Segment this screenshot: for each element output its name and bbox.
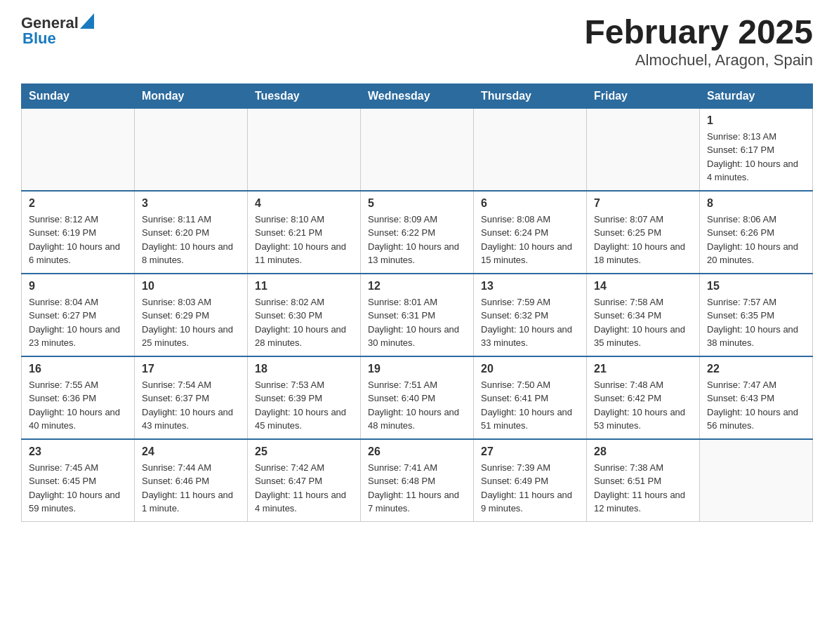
day-number: 15 — [707, 280, 805, 293]
day-number: 1 — [707, 114, 805, 127]
calendar-day-cell: 19Sunrise: 7:51 AMSunset: 6:40 PMDayligh… — [361, 356, 474, 439]
day-number: 18 — [255, 363, 353, 375]
day-number: 5 — [368, 197, 466, 210]
day-number: 9 — [29, 280, 127, 293]
day-of-week-header: Wednesday — [361, 83, 474, 108]
day-of-week-header: Sunday — [22, 83, 135, 108]
day-of-week-header: Monday — [135, 83, 248, 108]
day-number: 27 — [481, 445, 579, 458]
calendar-week-row: 9Sunrise: 8:04 AMSunset: 6:27 PMDaylight… — [22, 274, 813, 356]
calendar-title: February 2025 — [584, 14, 813, 51]
calendar-day-cell: 16Sunrise: 7:55 AMSunset: 6:36 PMDayligh… — [22, 356, 135, 439]
calendar-day-cell: 18Sunrise: 7:53 AMSunset: 6:39 PMDayligh… — [248, 356, 361, 439]
day-info: Sunrise: 7:39 AMSunset: 6:49 PMDaylight:… — [481, 461, 579, 516]
day-info: Sunrise: 7:38 AMSunset: 6:51 PMDaylight:… — [594, 461, 692, 516]
day-number: 11 — [255, 280, 353, 293]
day-number: 4 — [255, 197, 353, 210]
day-number: 3 — [142, 197, 240, 210]
calendar-week-row: 1Sunrise: 8:13 AMSunset: 6:17 PMDaylight… — [22, 108, 813, 191]
calendar-day-cell — [700, 439, 813, 522]
calendar-week-row: 16Sunrise: 7:55 AMSunset: 6:36 PMDayligh… — [22, 356, 813, 439]
day-of-week-header: Tuesday — [248, 83, 361, 108]
calendar-day-cell: 17Sunrise: 7:54 AMSunset: 6:37 PMDayligh… — [135, 356, 248, 439]
day-number: 2 — [29, 197, 127, 210]
calendar-day-cell — [587, 108, 700, 191]
day-info: Sunrise: 8:11 AMSunset: 6:20 PMDaylight:… — [142, 213, 240, 267]
day-info: Sunrise: 7:58 AMSunset: 6:34 PMDaylight:… — [594, 295, 692, 350]
day-info: Sunrise: 8:06 AMSunset: 6:26 PMDaylight:… — [707, 213, 805, 267]
day-info: Sunrise: 7:42 AMSunset: 6:47 PMDaylight:… — [255, 461, 353, 516]
day-number: 10 — [142, 280, 240, 293]
logo: General Blue — [21, 14, 94, 48]
calendar-day-cell: 10Sunrise: 8:03 AMSunset: 6:29 PMDayligh… — [135, 274, 248, 356]
day-number: 14 — [594, 280, 692, 293]
calendar-day-cell: 23Sunrise: 7:45 AMSunset: 6:45 PMDayligh… — [22, 439, 135, 522]
calendar-day-cell: 27Sunrise: 7:39 AMSunset: 6:49 PMDayligh… — [474, 439, 587, 522]
day-info: Sunrise: 7:41 AMSunset: 6:48 PMDaylight:… — [368, 461, 466, 516]
day-info: Sunrise: 7:44 AMSunset: 6:46 PMDaylight:… — [142, 461, 240, 516]
day-info: Sunrise: 7:47 AMSunset: 6:43 PMDaylight:… — [707, 378, 805, 433]
calendar-day-cell: 22Sunrise: 7:47 AMSunset: 6:43 PMDayligh… — [700, 356, 813, 439]
day-number: 6 — [481, 197, 579, 210]
calendar-day-cell — [248, 108, 361, 191]
calendar-day-cell: 28Sunrise: 7:38 AMSunset: 6:51 PMDayligh… — [587, 439, 700, 522]
day-number: 22 — [707, 363, 805, 375]
day-info: Sunrise: 7:54 AMSunset: 6:37 PMDaylight:… — [142, 378, 240, 433]
day-info: Sunrise: 8:12 AMSunset: 6:19 PMDaylight:… — [29, 213, 127, 267]
day-number: 24 — [142, 445, 240, 458]
title-block: February 2025 Almochuel, Aragon, Spain — [584, 14, 813, 69]
logo-blue-text: Blue — [22, 29, 56, 48]
day-info: Sunrise: 8:04 AMSunset: 6:27 PMDaylight:… — [29, 295, 127, 350]
calendar-day-cell: 1Sunrise: 8:13 AMSunset: 6:17 PMDaylight… — [700, 108, 813, 191]
day-info: Sunrise: 8:01 AMSunset: 6:31 PMDaylight:… — [368, 295, 466, 350]
calendar-day-cell: 26Sunrise: 7:41 AMSunset: 6:48 PMDayligh… — [361, 439, 474, 522]
day-info: Sunrise: 7:50 AMSunset: 6:41 PMDaylight:… — [481, 378, 579, 433]
day-number: 8 — [707, 197, 805, 210]
calendar-week-row: 2Sunrise: 8:12 AMSunset: 6:19 PMDaylight… — [22, 191, 813, 274]
day-number: 25 — [255, 445, 353, 458]
calendar-day-cell: 14Sunrise: 7:58 AMSunset: 6:34 PMDayligh… — [587, 274, 700, 356]
day-number: 7 — [594, 197, 692, 210]
day-info: Sunrise: 8:10 AMSunset: 6:21 PMDaylight:… — [255, 213, 353, 267]
day-of-week-header: Thursday — [474, 83, 587, 108]
day-info: Sunrise: 8:07 AMSunset: 6:25 PMDaylight:… — [594, 213, 692, 267]
day-of-week-header: Saturday — [700, 83, 813, 108]
calendar-subtitle: Almochuel, Aragon, Spain — [584, 51, 813, 69]
calendar-day-cell: 21Sunrise: 7:48 AMSunset: 6:42 PMDayligh… — [587, 356, 700, 439]
day-info: Sunrise: 8:13 AMSunset: 6:17 PMDaylight:… — [707, 130, 805, 185]
day-info: Sunrise: 8:02 AMSunset: 6:30 PMDaylight:… — [255, 295, 353, 350]
day-number: 17 — [142, 363, 240, 375]
day-info: Sunrise: 7:59 AMSunset: 6:32 PMDaylight:… — [481, 295, 579, 350]
calendar-table: SundayMondayTuesdayWednesdayThursdayFrid… — [21, 83, 813, 522]
calendar-day-cell: 13Sunrise: 7:59 AMSunset: 6:32 PMDayligh… — [474, 274, 587, 356]
day-info: Sunrise: 7:51 AMSunset: 6:40 PMDaylight:… — [368, 378, 466, 433]
day-number: 12 — [368, 280, 466, 293]
day-number: 20 — [481, 363, 579, 375]
calendar-day-cell: 3Sunrise: 8:11 AMSunset: 6:20 PMDaylight… — [135, 191, 248, 274]
day-info: Sunrise: 7:55 AMSunset: 6:36 PMDaylight:… — [29, 378, 127, 433]
calendar-day-cell: 15Sunrise: 7:57 AMSunset: 6:35 PMDayligh… — [700, 274, 813, 356]
calendar-week-row: 23Sunrise: 7:45 AMSunset: 6:45 PMDayligh… — [22, 439, 813, 522]
day-number: 16 — [29, 363, 127, 375]
day-of-week-header: Friday — [587, 83, 700, 108]
day-number: 21 — [594, 363, 692, 375]
calendar-day-cell: 12Sunrise: 8:01 AMSunset: 6:31 PMDayligh… — [361, 274, 474, 356]
calendar-day-cell: 7Sunrise: 8:07 AMSunset: 6:25 PMDaylight… — [587, 191, 700, 274]
day-info: Sunrise: 8:03 AMSunset: 6:29 PMDaylight:… — [142, 295, 240, 350]
calendar-day-cell: 2Sunrise: 8:12 AMSunset: 6:19 PMDaylight… — [22, 191, 135, 274]
calendar-day-cell: 9Sunrise: 8:04 AMSunset: 6:27 PMDaylight… — [22, 274, 135, 356]
day-number: 13 — [481, 280, 579, 293]
svg-marker-0 — [80, 13, 94, 29]
calendar-day-cell — [361, 108, 474, 191]
calendar-day-cell — [135, 108, 248, 191]
calendar-day-cell: 20Sunrise: 7:50 AMSunset: 6:41 PMDayligh… — [474, 356, 587, 439]
day-info: Sunrise: 7:45 AMSunset: 6:45 PMDaylight:… — [29, 461, 127, 516]
calendar-day-cell: 25Sunrise: 7:42 AMSunset: 6:47 PMDayligh… — [248, 439, 361, 522]
day-info: Sunrise: 7:53 AMSunset: 6:39 PMDaylight:… — [255, 378, 353, 433]
calendar-day-cell: 6Sunrise: 8:08 AMSunset: 6:24 PMDaylight… — [474, 191, 587, 274]
calendar-day-cell: 5Sunrise: 8:09 AMSunset: 6:22 PMDaylight… — [361, 191, 474, 274]
calendar-header-row: SundayMondayTuesdayWednesdayThursdayFrid… — [22, 83, 813, 108]
calendar-day-cell — [22, 108, 135, 191]
calendar-day-cell: 24Sunrise: 7:44 AMSunset: 6:46 PMDayligh… — [135, 439, 248, 522]
calendar-day-cell: 8Sunrise: 8:06 AMSunset: 6:26 PMDaylight… — [700, 191, 813, 274]
